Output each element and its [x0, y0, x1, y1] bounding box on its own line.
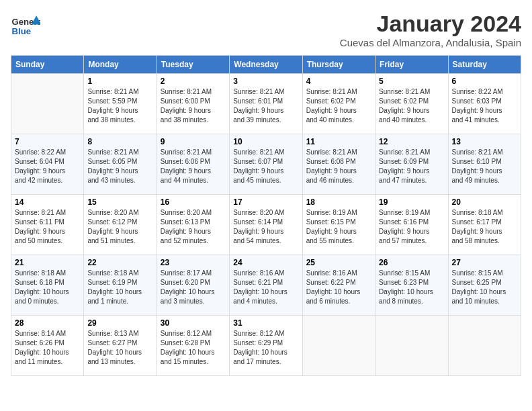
- day-number: 15: [87, 197, 152, 207]
- day-info: Sunrise: 8:22 AM Sunset: 6:03 PM Dayligh…: [452, 87, 517, 125]
- calendar-cell: 20Sunrise: 8:18 AM Sunset: 6:17 PM Dayli…: [448, 195, 521, 255]
- day-info: Sunrise: 8:19 AM Sunset: 6:16 PM Dayligh…: [379, 208, 444, 246]
- day-info: Sunrise: 8:14 AM Sunset: 6:26 PM Dayligh…: [15, 329, 80, 367]
- header-cell-saturday: Saturday: [448, 56, 521, 74]
- day-number: 17: [233, 197, 298, 207]
- day-info: Sunrise: 8:16 AM Sunset: 6:22 PM Dayligh…: [306, 269, 371, 306]
- day-number: 3: [233, 77, 298, 86]
- day-number: 1: [87, 77, 152, 86]
- calendar-cell: 23Sunrise: 8:17 AM Sunset: 6:20 PM Dayli…: [157, 255, 229, 316]
- day-info: Sunrise: 8:21 AM Sunset: 5:59 PM Dayligh…: [87, 87, 152, 125]
- day-number: 10: [233, 137, 298, 146]
- day-number: 5: [379, 77, 444, 86]
- day-number: 22: [87, 258, 152, 267]
- day-number: 16: [161, 197, 226, 207]
- calendar-cell: 17Sunrise: 8:20 AM Sunset: 6:14 PM Dayli…: [230, 195, 302, 255]
- logo-icon: General Blue: [11, 11, 40, 40]
- calendar-cell: [448, 316, 521, 376]
- calendar-cell: 11Sunrise: 8:21 AM Sunset: 6:08 PM Dayli…: [302, 134, 375, 195]
- day-number: 24: [233, 258, 298, 267]
- calendar-cell: 7Sunrise: 8:22 AM Sunset: 6:04 PM Daylig…: [11, 134, 84, 195]
- day-number: 18: [306, 197, 371, 207]
- calendar-week-4: 21Sunrise: 8:18 AM Sunset: 6:18 PM Dayli…: [11, 255, 521, 316]
- calendar-cell: 27Sunrise: 8:15 AM Sunset: 6:25 PM Dayli…: [448, 255, 521, 316]
- calendar-table: SundayMondayTuesdayWednesdayThursdayFrid…: [11, 55, 521, 376]
- day-number: 25: [306, 258, 371, 267]
- day-info: Sunrise: 8:21 AM Sunset: 6:02 PM Dayligh…: [379, 87, 444, 125]
- day-number: 6: [452, 77, 517, 86]
- day-number: 29: [87, 318, 152, 328]
- day-number: 7: [15, 137, 80, 146]
- calendar-cell: 28Sunrise: 8:14 AM Sunset: 6:26 PM Dayli…: [11, 316, 84, 376]
- header-cell-monday: Monday: [84, 56, 157, 74]
- day-info: Sunrise: 8:17 AM Sunset: 6:20 PM Dayligh…: [161, 269, 226, 306]
- calendar-cell: 16Sunrise: 8:20 AM Sunset: 6:13 PM Dayli…: [157, 195, 229, 255]
- day-info: Sunrise: 8:15 AM Sunset: 6:23 PM Dayligh…: [379, 269, 444, 306]
- title-block: January 2024 Cuevas del Almanzora, Andal…: [340, 11, 521, 48]
- day-info: Sunrise: 8:21 AM Sunset: 6:00 PM Dayligh…: [161, 87, 226, 125]
- day-info: Sunrise: 8:21 AM Sunset: 6:11 PM Dayligh…: [15, 208, 80, 246]
- day-info: Sunrise: 8:18 AM Sunset: 6:19 PM Dayligh…: [87, 269, 152, 306]
- day-number: 13: [452, 137, 517, 146]
- logo: General Blue: [11, 11, 40, 40]
- day-number: 12: [379, 137, 444, 146]
- header-cell-tuesday: Tuesday: [157, 56, 229, 74]
- calendar-cell: 25Sunrise: 8:16 AM Sunset: 6:22 PM Dayli…: [302, 255, 375, 316]
- calendar-cell: 9Sunrise: 8:21 AM Sunset: 6:06 PM Daylig…: [157, 134, 229, 195]
- header-cell-sunday: Sunday: [11, 56, 84, 74]
- day-info: Sunrise: 8:16 AM Sunset: 6:21 PM Dayligh…: [233, 269, 298, 306]
- day-info: Sunrise: 8:18 AM Sunset: 6:17 PM Dayligh…: [452, 208, 517, 246]
- calendar-week-3: 14Sunrise: 8:21 AM Sunset: 6:11 PM Dayli…: [11, 195, 521, 255]
- day-info: Sunrise: 8:21 AM Sunset: 6:09 PM Dayligh…: [379, 148, 444, 185]
- day-number: 20: [452, 197, 517, 207]
- calendar-cell: [302, 316, 375, 376]
- calendar-cell: 26Sunrise: 8:15 AM Sunset: 6:23 PM Dayli…: [375, 255, 448, 316]
- calendar-cell: 19Sunrise: 8:19 AM Sunset: 6:16 PM Dayli…: [375, 195, 448, 255]
- calendar-cell: 14Sunrise: 8:21 AM Sunset: 6:11 PM Dayli…: [11, 195, 84, 255]
- calendar-week-1: 1Sunrise: 8:21 AM Sunset: 5:59 PM Daylig…: [11, 74, 521, 134]
- day-info: Sunrise: 8:21 AM Sunset: 6:07 PM Dayligh…: [233, 148, 298, 185]
- day-info: Sunrise: 8:18 AM Sunset: 6:18 PM Dayligh…: [15, 269, 80, 306]
- day-number: 28: [15, 318, 80, 328]
- day-number: 11: [306, 137, 371, 146]
- day-number: 26: [379, 258, 444, 267]
- calendar-cell: 21Sunrise: 8:18 AM Sunset: 6:18 PM Dayli…: [11, 255, 84, 316]
- calendar-cell: 24Sunrise: 8:16 AM Sunset: 6:21 PM Dayli…: [230, 255, 302, 316]
- day-number: 27: [452, 258, 517, 267]
- day-info: Sunrise: 8:20 AM Sunset: 6:12 PM Dayligh…: [87, 208, 152, 246]
- calendar-week-2: 7Sunrise: 8:22 AM Sunset: 6:04 PM Daylig…: [11, 134, 521, 195]
- calendar-cell: 1Sunrise: 8:21 AM Sunset: 5:59 PM Daylig…: [84, 74, 157, 134]
- day-number: 14: [15, 197, 80, 207]
- calendar-cell: 29Sunrise: 8:13 AM Sunset: 6:27 PM Dayli…: [84, 316, 157, 376]
- day-number: 4: [306, 77, 371, 86]
- day-info: Sunrise: 8:20 AM Sunset: 6:14 PM Dayligh…: [233, 208, 298, 246]
- header-cell-thursday: Thursday: [302, 56, 375, 74]
- calendar-cell: 22Sunrise: 8:18 AM Sunset: 6:19 PM Dayli…: [84, 255, 157, 316]
- day-info: Sunrise: 8:15 AM Sunset: 6:25 PM Dayligh…: [452, 269, 517, 306]
- calendar-cell: 15Sunrise: 8:20 AM Sunset: 6:12 PM Dayli…: [84, 195, 157, 255]
- header-cell-friday: Friday: [375, 56, 448, 74]
- calendar-cell: 30Sunrise: 8:12 AM Sunset: 6:28 PM Dayli…: [157, 316, 229, 376]
- header-cell-wednesday: Wednesday: [230, 56, 302, 74]
- day-number: 9: [161, 137, 226, 146]
- day-number: 2: [161, 77, 226, 86]
- day-info: Sunrise: 8:21 AM Sunset: 6:02 PM Dayligh…: [306, 87, 371, 125]
- svg-text:Blue: Blue: [11, 26, 31, 36]
- page-header: General Blue January 2024 Cuevas del Alm…: [11, 11, 521, 48]
- calendar-cell: 5Sunrise: 8:21 AM Sunset: 6:02 PM Daylig…: [375, 74, 448, 134]
- calendar-cell: 12Sunrise: 8:21 AM Sunset: 6:09 PM Dayli…: [375, 134, 448, 195]
- location-subtitle: Cuevas del Almanzora, Andalusia, Spain: [340, 37, 521, 48]
- day-info: Sunrise: 8:21 AM Sunset: 6:08 PM Dayligh…: [306, 148, 371, 185]
- calendar-cell: 6Sunrise: 8:22 AM Sunset: 6:03 PM Daylig…: [448, 74, 521, 134]
- day-number: 23: [161, 258, 226, 267]
- day-info: Sunrise: 8:21 AM Sunset: 6:06 PM Dayligh…: [161, 148, 226, 185]
- day-number: 30: [161, 318, 226, 328]
- day-info: Sunrise: 8:21 AM Sunset: 6:05 PM Dayligh…: [87, 148, 152, 185]
- calendar-cell: 31Sunrise: 8:12 AM Sunset: 6:29 PM Dayli…: [230, 316, 302, 376]
- calendar-cell: 4Sunrise: 8:21 AM Sunset: 6:02 PM Daylig…: [302, 74, 375, 134]
- day-number: 21: [15, 258, 80, 267]
- calendar-cell: [11, 74, 84, 134]
- calendar-cell: 2Sunrise: 8:21 AM Sunset: 6:00 PM Daylig…: [157, 74, 229, 134]
- day-info: Sunrise: 8:12 AM Sunset: 6:28 PM Dayligh…: [161, 329, 226, 367]
- day-info: Sunrise: 8:20 AM Sunset: 6:13 PM Dayligh…: [161, 208, 226, 246]
